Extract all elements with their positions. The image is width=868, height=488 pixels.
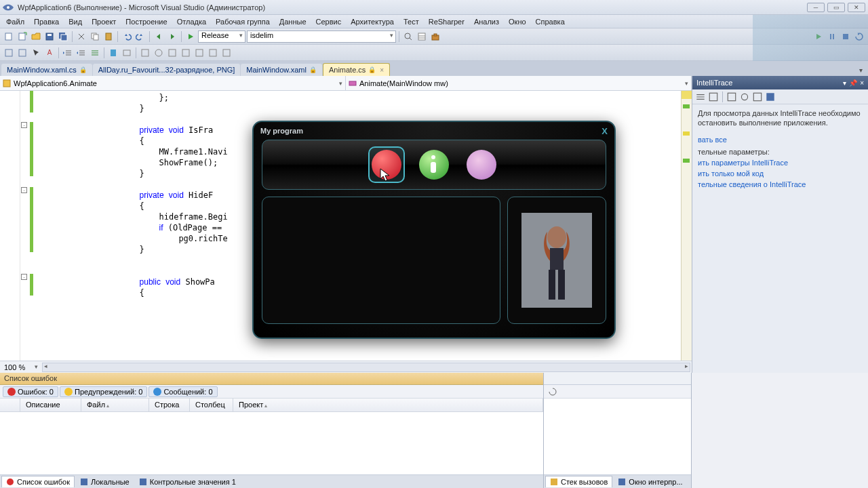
debug-stop-icon[interactable] [840, 30, 852, 43]
col-description[interactable]: Описание [20, 399, 81, 411]
zoom-combo[interactable]: 100 % [0, 363, 41, 371]
start-debug-icon[interactable] [184, 30, 197, 43]
panel-pin-icon[interactable]: 📌 [849, 79, 857, 87]
menu-team[interactable]: Рабочая группа [211, 16, 275, 27]
tb-icon[interactable] [180, 47, 192, 59]
panel-close-icon[interactable]: × [860, 79, 864, 87]
wpf-content-pane[interactable] [262, 197, 500, 324]
outline-toggle-icon[interactable]: - [21, 187, 27, 193]
menu-test[interactable]: Тест [399, 16, 424, 27]
it-btn-icon[interactable] [708, 92, 719, 102]
debug-restart-icon[interactable] [853, 30, 865, 43]
intellitrace-link[interactable]: вать все [698, 136, 863, 144]
it-save-icon[interactable] [765, 92, 776, 102]
paste-icon[interactable] [102, 30, 115, 43]
outline-toggle-icon[interactable]: - [21, 274, 27, 280]
save-all-icon[interactable] [57, 30, 69, 43]
col-file[interactable]: Файл▴ [81, 399, 149, 411]
class-combo[interactable]: WpfApplication6.Animate [0, 76, 346, 90]
menu-build[interactable]: Построение [121, 16, 172, 27]
tab-locals[interactable]: Локальные [76, 476, 134, 487]
tab-mainwindow-cs[interactable]: MainWindow.xaml.cs🔒 [1, 64, 92, 76]
tab-animate-cs[interactable]: Animate.cs🔒× [323, 63, 390, 76]
nav-fwd-icon[interactable] [166, 30, 178, 43]
refresh-icon[interactable] [548, 387, 557, 396]
platform-combo[interactable]: isdelim [247, 30, 396, 43]
menu-architecture[interactable]: Архитектура [346, 16, 399, 27]
it-btn-icon[interactable] [752, 92, 763, 102]
tab-watch[interactable]: Контрольные значения 1 [135, 476, 240, 487]
tb-icon[interactable] [193, 47, 205, 59]
it-btn-icon[interactable] [739, 92, 750, 102]
config-combo[interactable]: Release [198, 30, 245, 43]
open-icon[interactable] [30, 30, 42, 43]
member-combo[interactable]: Animate(MainWindow mw) [346, 76, 692, 90]
it-btn-icon[interactable] [695, 92, 706, 102]
tb-icon[interactable] [166, 47, 178, 59]
outline-toggle-icon[interactable]: - [21, 122, 27, 128]
tb-icon[interactable] [16, 47, 28, 59]
minimize-button[interactable]: ─ [807, 3, 825, 12]
menu-window[interactable]: Окно [504, 16, 531, 27]
wpf-titlebar[interactable]: My program X [254, 122, 614, 140]
menu-help[interactable]: Справка [531, 16, 570, 27]
tab-dropdown-icon[interactable]: ▾ [854, 64, 867, 76]
redo-icon[interactable] [134, 30, 146, 43]
menu-tools[interactable]: Сервис [311, 16, 347, 27]
tab-callstack[interactable]: Стек вызовов [545, 476, 612, 487]
close-tab-icon[interactable]: × [380, 66, 384, 74]
col-project[interactable]: Проект▴ [233, 399, 543, 411]
debug-continue-icon[interactable] [812, 30, 825, 43]
wpf-app-window[interactable]: My program X [252, 121, 616, 339]
tab-allday-png[interactable]: AllDay.ru_Favourit...32-разрядное, PNG] [93, 64, 241, 76]
tb-icon[interactable] [3, 47, 15, 59]
code-overview-ruler[interactable] [681, 91, 692, 361]
toolbox-icon[interactable] [429, 30, 441, 43]
comment-icon[interactable] [89, 47, 101, 59]
maximize-button[interactable]: ▭ [827, 3, 845, 12]
properties-icon[interactable] [416, 30, 428, 43]
panel-dropdown-icon[interactable]: ▾ [843, 79, 846, 87]
messages-filter[interactable]: Сообщений: 0 [149, 386, 217, 397]
add-item-icon[interactable] [16, 30, 28, 43]
tb-icon[interactable] [220, 47, 233, 59]
menu-file[interactable]: Файл [1, 16, 29, 27]
wpf-btn-1[interactable] [368, 146, 405, 183]
copy-icon[interactable] [89, 30, 101, 43]
it-btn-icon[interactable] [726, 92, 737, 102]
tab-immediate[interactable]: Окно интерпр... [614, 476, 686, 487]
col-icon[interactable] [0, 399, 20, 411]
undo-icon[interactable] [121, 30, 133, 43]
tb-icon[interactable] [121, 47, 133, 59]
tab-errorlist[interactable]: Список ошибок [1, 476, 75, 487]
tb-icon[interactable] [153, 47, 165, 59]
intellitrace-link[interactable]: тельные сведения о IntelliTrace [698, 180, 863, 188]
wpf-preview-pane[interactable] [507, 197, 606, 324]
close-button[interactable]: ✕ [848, 3, 865, 12]
decrease-indent-icon[interactable] [62, 47, 74, 59]
intellitrace-link[interactable]: ить только мой код [698, 169, 863, 178]
wpf-btn-3[interactable] [463, 146, 500, 183]
menu-view[interactable]: Вид [64, 16, 87, 27]
warnings-filter[interactable]: Предупреждений: 0 [60, 386, 147, 397]
menu-project[interactable]: Проект [87, 16, 121, 27]
find-icon[interactable] [402, 30, 414, 43]
tb-icon[interactable] [207, 47, 219, 59]
cut-icon[interactable] [75, 30, 87, 43]
new-project-icon[interactable] [3, 30, 15, 43]
nav-back-icon[interactable] [153, 30, 165, 43]
intellitrace-link[interactable]: ить параметры IntelliTrace [698, 159, 863, 167]
tb-icon[interactable]: A [43, 47, 56, 59]
menu-debug[interactable]: Отладка [172, 16, 211, 27]
errors-filter[interactable]: Ошибок: 0 [3, 386, 58, 397]
col-column[interactable]: Столбец [190, 399, 233, 411]
wpf-btn-2[interactable] [416, 146, 452, 183]
save-icon[interactable] [43, 30, 56, 43]
menu-resharper[interactable]: ReSharper [424, 16, 469, 27]
pointer-icon[interactable] [30, 47, 42, 59]
menu-data[interactable]: Данные [275, 16, 311, 27]
errorlist-body[interactable] [0, 412, 543, 474]
tb-icon[interactable] [139, 47, 151, 59]
col-line[interactable]: Строка [149, 399, 190, 411]
debug-pause-icon[interactable] [826, 30, 838, 43]
